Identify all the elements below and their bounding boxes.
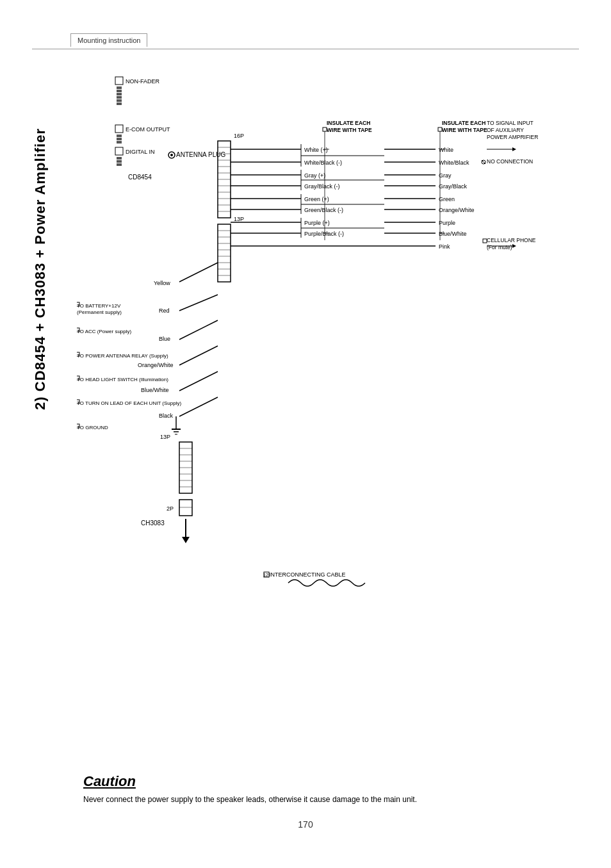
- svg-text:DIGITAL IN: DIGITAL IN: [126, 149, 155, 155]
- svg-line-118: [179, 372, 218, 391]
- svg-text:Orange/White: Orange/White: [138, 362, 174, 368]
- svg-text:E-COM OUTPUT: E-COM OUTPUT: [126, 126, 170, 133]
- svg-text:TO SIGNAL INPUT: TO SIGNAL INPUT: [487, 120, 534, 126]
- svg-text:Gray/Black  (-): Gray/Black (-): [304, 183, 340, 190]
- svg-rect-12: [117, 141, 122, 143]
- svg-rect-16: [117, 160, 122, 163]
- svg-text:NO CONNECTION: NO CONNECTION: [487, 158, 533, 165]
- svg-rect-3: [117, 90, 122, 92]
- page: Mounting instruction 2) CD8454 + CH3083 …: [0, 0, 611, 868]
- svg-text:Blue/White: Blue/White: [141, 387, 169, 393]
- svg-text:TO POWER ANTENNA RELAY (Supply: TO POWER ANTENNA RELAY (Supply): [77, 353, 168, 359]
- svg-rect-7: [117, 102, 122, 105]
- svg-text:INSULATE EACH: INSULATE EACH: [327, 120, 370, 126]
- svg-text:INSULATE EACH: INSULATE EACH: [442, 120, 485, 126]
- caution-section: Caution Never connect the power supply t…: [83, 773, 573, 804]
- svg-text:Purple: Purple: [439, 220, 455, 226]
- svg-text:(For mute): (For mute): [487, 244, 512, 250]
- svg-text:CELLULAR PHONE: CELLULAR PHONE: [487, 237, 536, 243]
- svg-text:Gray  (+): Gray (+): [304, 172, 325, 179]
- svg-rect-2: [117, 86, 122, 89]
- non-fader-connector: NON-FADER: [115, 77, 160, 105]
- ecom-output-connector: E-COM OUTPUT: [115, 125, 170, 143]
- page-number: 170: [298, 819, 313, 830]
- svg-rect-33: [218, 224, 231, 282]
- svg-text:Green/Black  (-): Green/Black (-): [304, 207, 343, 213]
- svg-rect-17: [117, 163, 122, 166]
- antenna-plug-label: ANTENNA PLUG: [176, 151, 225, 158]
- svg-text:White/Black: White/Black: [439, 160, 469, 166]
- svg-text:Purple/Black  (-): Purple/Black (-): [304, 231, 344, 237]
- svg-rect-13: [115, 147, 123, 155]
- svg-rect-10: [117, 135, 122, 137]
- 13p-connector-bottom: 13P: [160, 434, 192, 493]
- svg-rect-8: [115, 125, 123, 133]
- svg-text:Green: Green: [439, 196, 455, 202]
- svg-line-116: [179, 346, 218, 365]
- svg-rect-4: [117, 93, 122, 95]
- caution-heading: Caution: [83, 773, 573, 790]
- top-divider: [32, 49, 579, 49]
- svg-text:TO TURN ON LEAD OF EACH UNIT (: TO TURN ON LEAD OF EACH UNIT (Supply): [77, 400, 181, 406]
- svg-rect-15: [117, 157, 122, 160]
- svg-text:OF AUXILIARY: OF AUXILIARY: [487, 127, 524, 133]
- digital-in-connector: DIGITAL IN: [115, 147, 155, 166]
- svg-text:Yellow: Yellow: [154, 280, 170, 286]
- svg-marker-99: [512, 147, 516, 151]
- svg-text:INTERCONNECTING CABLE: INTERCONNECTING CABLE: [269, 571, 346, 578]
- svg-marker-109: [512, 244, 516, 248]
- svg-rect-11: [117, 138, 122, 140]
- svg-text:Green  (+): Green (+): [304, 196, 329, 202]
- 13p-connector-top: 13P: [218, 216, 244, 282]
- svg-line-114: [179, 320, 218, 340]
- svg-text:Blue/White: Blue/White: [439, 231, 467, 237]
- svg-text:TO GROUND: TO GROUND: [77, 425, 108, 430]
- svg-text:Purple  (+): Purple (+): [304, 220, 330, 226]
- page-title: 2) CD8454 + CH3083 + Power Amplifier: [32, 128, 49, 410]
- caution-text: Never connect the power supply to the sp…: [83, 795, 573, 804]
- svg-line-110: [179, 263, 218, 282]
- svg-text:Orange/White: Orange/White: [439, 207, 475, 213]
- cd8454-label: CD8454: [128, 174, 152, 181]
- svg-text:Pink: Pink: [439, 243, 450, 250]
- 2p-connector: 2P: [167, 500, 192, 516]
- svg-text:WIRE WITH TAPE: WIRE WITH TAPE: [442, 127, 487, 133]
- svg-rect-5: [117, 96, 122, 99]
- svg-text:NON-FADER: NON-FADER: [126, 78, 160, 85]
- svg-text:Gray: Gray: [439, 172, 452, 179]
- svg-text:White/Black  (-): White/Black (-): [304, 160, 342, 166]
- mounting-instruction-tab: Mounting instruction: [70, 33, 147, 47]
- svg-point-19: [170, 154, 173, 156]
- svg-text:(Permanent supply): (Permanent supply): [77, 309, 122, 315]
- svg-text:Red: Red: [159, 307, 170, 314]
- svg-line-120: [179, 397, 218, 416]
- svg-text:TO BATTERY+12V: TO BATTERY+12V: [77, 303, 121, 309]
- svg-rect-6: [117, 99, 122, 102]
- svg-text:12: 12: [263, 573, 268, 577]
- svg-marker-152: [182, 537, 190, 543]
- wiring-diagram: NON-FADER E-COM OUTPUT: [77, 58, 583, 698]
- svg-text:Blue: Blue: [159, 336, 170, 342]
- svg-text:13P: 13P: [234, 216, 244, 222]
- svg-text:TO ACC  (Power supply): TO ACC (Power supply): [77, 329, 132, 334]
- svg-text:WIRE WITH TAPE: WIRE WITH TAPE: [327, 127, 372, 133]
- svg-rect-148: [179, 500, 192, 516]
- svg-text:Gray/Black: Gray/Black: [439, 183, 468, 190]
- ch3083-label: CH3083: [141, 520, 165, 527]
- svg-text:Black: Black: [159, 413, 174, 419]
- svg-text:TO HEAD LIGHT SWITCH (Illumina: TO HEAD LIGHT SWITCH (Illumination): [77, 377, 168, 382]
- svg-text:2P: 2P: [167, 505, 174, 512]
- svg-rect-0: [115, 77, 123, 85]
- svg-text:White  (+): White (+): [304, 147, 328, 153]
- svg-text:16P: 16P: [234, 133, 244, 139]
- svg-text:13P: 13P: [160, 434, 170, 440]
- svg-text:White: White: [439, 147, 453, 153]
- svg-text:POWER AMPRIFIER: POWER AMPRIFIER: [487, 134, 538, 140]
- svg-line-112: [179, 295, 218, 311]
